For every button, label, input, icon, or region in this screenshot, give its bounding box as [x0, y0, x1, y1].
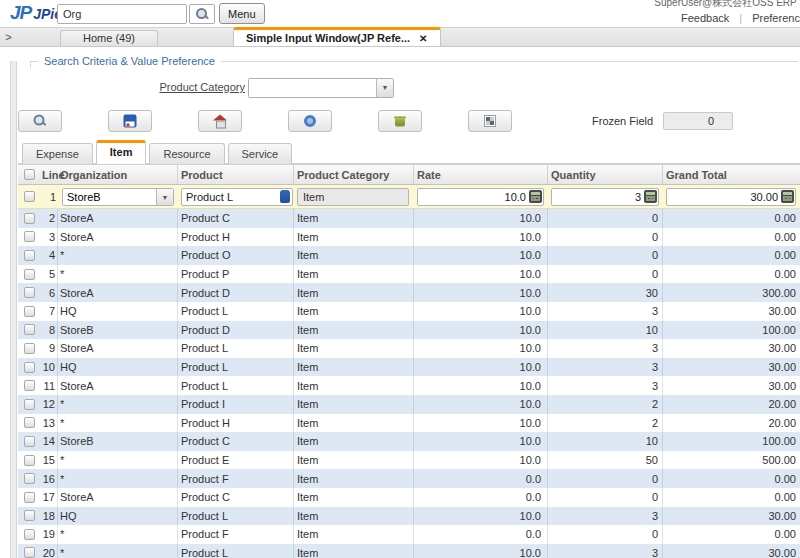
row-checkbox[interactable]	[24, 492, 35, 503]
row-checkbox[interactable]	[24, 191, 35, 202]
grand-total-input[interactable]	[666, 188, 796, 206]
table-row[interactable]: 11 StoreA Product L Item 10.0 3 30.00	[18, 376, 800, 395]
column-header-product[interactable]: Product	[178, 165, 294, 184]
tab-service[interactable]: Service	[228, 143, 293, 164]
row-checkbox[interactable]	[24, 324, 35, 335]
row-checkbox[interactable]	[24, 231, 35, 242]
table-row[interactable]: 3 StoreA Product H Item 10.0 0 0.00	[18, 228, 800, 247]
requery-button[interactable]	[288, 110, 332, 132]
rate-input[interactable]	[417, 188, 544, 206]
row-checkbox[interactable]	[24, 455, 35, 466]
tab-simple-input-window[interactable]: Simple Input Window(JP Refe... ✕	[233, 27, 441, 46]
table-row[interactable]: 5 * Product P Item 10.0 0 0.00	[18, 265, 800, 284]
cell-product-category: Item	[294, 488, 414, 507]
cell-product: Product D	[178, 321, 294, 340]
table-row[interactable]: 7 HQ Product L Item 10.0 3 30.00	[18, 302, 800, 321]
table-row[interactable]: 13 * Product H Item 10.0 2 20.00	[18, 414, 800, 433]
row-checkbox[interactable]	[24, 473, 35, 484]
frozen-field-group: Frozen Field	[592, 112, 733, 130]
select-all-checkbox[interactable]	[24, 169, 35, 180]
row-checkbox[interactable]	[24, 510, 35, 521]
chevron-right-icon[interactable]: >	[2, 30, 15, 44]
preference-link[interactable]: Preference	[752, 12, 800, 24]
table-row[interactable]: 9 StoreA Product L Item 10.0 3 30.00	[18, 339, 800, 358]
organization-combobox[interactable]: ▼	[62, 188, 174, 206]
table-row[interactable]: 18 HQ Product L Item 10.0 3 30.00	[18, 507, 800, 526]
header-links: Feedback|Preference	[681, 12, 800, 24]
organization-input[interactable]	[63, 189, 156, 205]
column-header-grand-total[interactable]: Grand Total	[663, 165, 800, 184]
chevron-down-icon[interactable]: ▼	[376, 79, 393, 97]
calculator-icon[interactable]	[644, 190, 657, 203]
collapsed-west-panel[interactable]	[10, 61, 17, 558]
row-checkbox[interactable]	[24, 213, 35, 224]
row-checkbox[interactable]	[24, 399, 35, 410]
home-button[interactable]	[198, 110, 242, 132]
zoom-across-button[interactable]	[468, 110, 512, 132]
row-checkbox[interactable]	[24, 287, 35, 298]
cell-quantity: 0	[548, 209, 663, 228]
cell-rate: 10.0	[414, 395, 548, 414]
save-icon	[124, 115, 137, 128]
table-row[interactable]: 17 StoreA Product C Item 0.0 0 0.00	[18, 488, 800, 507]
cell-line: 8	[40, 321, 58, 340]
global-search-input[interactable]	[57, 4, 187, 24]
column-header-line[interactable]: Line	[40, 165, 58, 184]
column-header-organization[interactable]: Organization	[58, 165, 178, 184]
row-checkbox[interactable]	[24, 306, 35, 317]
cell-grand-total: 0.00	[663, 265, 800, 284]
delete-button[interactable]	[378, 110, 422, 132]
global-search-button[interactable]	[189, 4, 215, 24]
row-checkbox[interactable]	[24, 417, 35, 428]
cell-organization: *	[58, 525, 178, 544]
row-checkbox[interactable]	[24, 436, 35, 447]
table-row[interactable]: 12 * Product I Item 10.0 2 20.00	[18, 395, 800, 414]
table-row[interactable]: 19 * Product F Item 0.0 0 0.00	[18, 525, 800, 544]
table-row[interactable]: 8 StoreB Product D Item 10.0 10 100.00	[18, 321, 800, 340]
cell-product: Product C	[178, 432, 294, 451]
row-checkbox[interactable]	[24, 547, 35, 558]
cell-product: Product O	[178, 246, 294, 265]
product-lookup-icon[interactable]	[280, 190, 290, 203]
table-row[interactable]: 14 StoreB Product C Item 10.0 10 100.00	[18, 432, 800, 451]
column-header-quantity[interactable]: Quantity	[548, 165, 663, 184]
cell-organization: HQ	[58, 507, 178, 526]
product-category-input[interactable]	[249, 79, 376, 97]
table-row[interactable]: 10 HQ Product L Item 10.0 3 30.00	[18, 358, 800, 377]
cell-organization: *	[58, 265, 178, 284]
save-button[interactable]	[108, 110, 152, 132]
tab-resource[interactable]: Resource	[149, 143, 224, 164]
tab-home[interactable]: Home (49)	[60, 30, 158, 46]
product-input[interactable]	[181, 188, 293, 206]
edit-row[interactable]: 1 ▼ Item	[18, 185, 800, 209]
table-row[interactable]: 2 StoreA Product C Item 10.0 0 0.00	[18, 209, 800, 228]
tab-expense[interactable]: Expense	[22, 143, 93, 164]
row-checkbox[interactable]	[24, 380, 35, 391]
table-row[interactable]: 15 * Product E Item 10.0 50 500.00	[18, 451, 800, 470]
column-header-rate[interactable]: Rate	[414, 165, 548, 184]
quantity-input[interactable]	[551, 188, 659, 206]
tab-item[interactable]: Item	[96, 140, 147, 164]
product-category-combobox[interactable]: ▼	[248, 78, 394, 98]
frozen-field-input[interactable]	[663, 112, 733, 130]
row-checkbox[interactable]	[24, 343, 35, 354]
row-checkbox[interactable]	[24, 269, 35, 280]
column-header-category[interactable]: Product Category	[294, 165, 414, 184]
table-row[interactable]: 4 * Product O Item 10.0 0 0.00	[18, 246, 800, 265]
table-row[interactable]: 16 * Product F Item 0.0 0 0.00	[18, 469, 800, 488]
home-icon	[213, 115, 227, 128]
calculator-icon[interactable]	[781, 190, 794, 203]
row-checkbox[interactable]	[24, 250, 35, 261]
menu-button[interactable]: Menu	[219, 3, 265, 24]
row-checkbox[interactable]	[24, 529, 35, 540]
product-category-label[interactable]: Product Category	[30, 81, 245, 93]
feedback-link[interactable]: Feedback	[681, 12, 729, 24]
close-icon[interactable]: ✕	[419, 33, 427, 44]
calculator-icon[interactable]	[529, 190, 542, 203]
find-button[interactable]	[18, 110, 62, 132]
cell-grand-total: 0.00	[663, 525, 800, 544]
row-checkbox[interactable]	[24, 362, 35, 373]
table-row[interactable]: 6 StoreA Product D Item 10.0 30 300.00	[18, 283, 800, 302]
chevron-down-icon[interactable]: ▼	[156, 189, 173, 205]
table-row[interactable]: 20 * Product L Item 10.0 3 30.00	[18, 544, 800, 558]
